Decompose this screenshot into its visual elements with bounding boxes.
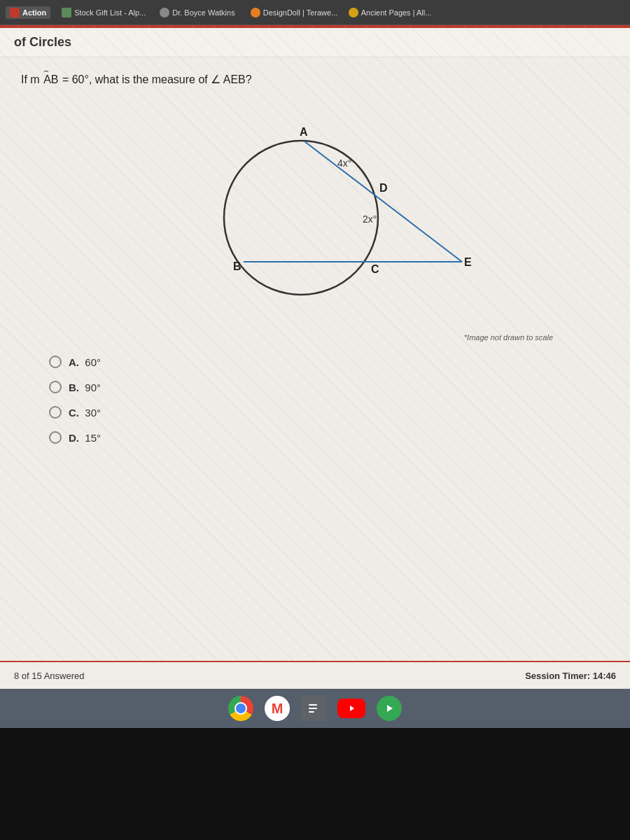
label-e: E [464,256,472,268]
svg-marker-4 [387,705,393,712]
designdoll-tab-icon [251,8,260,18]
choice-d[interactable]: D. 15° [49,431,581,444]
main-circle [224,141,378,295]
angle-2x-label: 2x° [363,214,377,225]
tab-designdoll[interactable]: DesignDoll | Terawe... [246,6,337,19]
arc-notation: ⌢ AB [43,71,58,88]
question-area: If m ⌢ AB = 60°, what is the measure of … [0,57,630,470]
files-icon[interactable] [301,696,326,721]
play-svg [384,704,394,713]
tab-ancient-label: Ancient Pages | All... [361,8,432,17]
image-note: *Image not drawn to scale [21,333,609,342]
radio-b[interactable] [49,381,62,393]
svg-marker-3 [350,706,354,711]
choice-b[interactable]: B. 90° [49,381,581,393]
choice-d-label: D. 15° [69,432,101,444]
progress-text: 8 of 15 Answered [14,671,84,681]
question-text: If m ⌢ AB = 60°, what is the measure of … [21,71,609,88]
question-suffix: = 60°, what is the measure of ∠ AEB? [62,74,252,85]
page-title: of Circles [0,28,630,57]
answer-choices: A. 60° B. 90° C. 30° D. 15° [21,356,609,444]
tab-boyce[interactable]: Dr. Boyce Watkins [155,6,239,19]
label-d: D [379,182,388,194]
tab-ancient[interactable]: Ancient Pages | All... [344,6,435,19]
choice-c-label: C. 30° [69,407,101,419]
tab-stock[interactable]: Stock Gift List - Alp... [57,6,148,19]
youtube-icon[interactable] [337,699,365,718]
choice-a-label: A. 60° [69,356,101,368]
play-icon[interactable] [377,696,402,721]
status-bar: 8 of 15 Answered Session Timer: 14:46 [0,661,630,689]
files-svg [307,701,321,715]
label-c: C [371,263,379,275]
tab-boyce-label: Dr. Boyce Watkins [172,8,234,17]
boyce-tab-icon [160,8,169,18]
choice-b-label: B. 90° [69,382,101,393]
svg-rect-0 [309,704,317,706]
radio-d[interactable] [49,431,62,444]
choice-c[interactable]: C. 30° [49,406,581,419]
main-content: of Circles If m ⌢ AB = 60°, what is the … [0,25,630,661]
black-area [0,728,630,840]
taskbar: M [0,689,630,728]
secant-ae [304,141,462,262]
radio-c[interactable] [49,406,62,419]
ancient-tab-icon [349,8,358,18]
action-tab-icon [10,8,20,18]
svg-rect-2 [309,711,314,713]
tab-action[interactable]: Action [6,6,50,19]
youtube-svg [346,704,357,713]
chrome-icon[interactable] [228,696,253,721]
question-prefix: If m [21,74,40,85]
choice-a[interactable]: A. 60° [49,356,581,368]
arc-label-b: B [51,74,59,85]
angle-4x-label: 4x° [337,158,351,169]
tab-designdoll-label: DesignDoll | Terawe... [263,8,337,17]
label-a: A [300,126,308,138]
radio-a[interactable] [49,356,62,368]
stock-tab-icon [62,8,71,18]
gmail-icon[interactable]: M [265,696,290,721]
svg-rect-1 [309,708,317,709]
label-b: B [233,260,241,272]
geometry-diagram: A B C D E 4x° 2x° [140,109,490,319]
timer-text: Session Timer: 14:46 [525,671,616,681]
diagram-container: A B C D E 4x° 2x° [21,102,609,326]
tab-stock-label: Stock Gift List - Alp... [74,8,146,17]
tab-action-label: Action [22,8,46,17]
browser-tab-bar: Action Stock Gift List - Alp... Dr. Boyc… [0,0,630,25]
